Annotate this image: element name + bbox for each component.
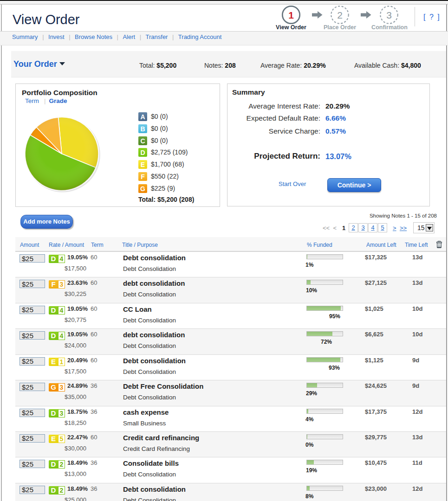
svg-text:2: 2 xyxy=(337,10,343,20)
svg-text:1: 1 xyxy=(288,10,294,20)
svg-text:3: 3 xyxy=(386,10,392,20)
